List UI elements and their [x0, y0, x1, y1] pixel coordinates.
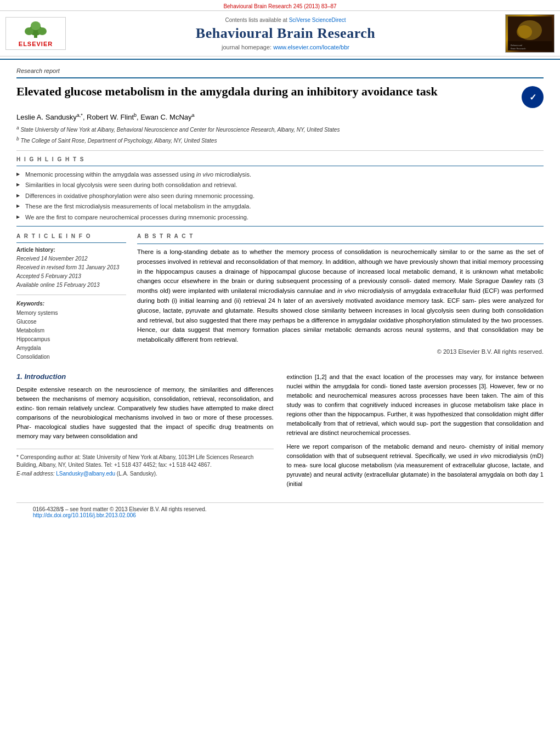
journal-title: Behavioural Brain Research	[77, 25, 494, 42]
journal-top-bar: Behavioural Brain Research 245 (2013) 83…	[0, 0, 560, 11]
keyword-2: Glucose	[16, 318, 126, 326]
introduction-heading: 1. Introduction	[16, 372, 274, 381]
intro-paragraph-2: extinction [1,2] and that the exact loca…	[287, 372, 544, 438]
received-date: Received 14 November 2012	[16, 255, 126, 263]
author-3: Ewan C. McNaya	[140, 113, 194, 121]
highlight-item-1: Mnemonic processing within the amygdala …	[16, 169, 544, 180]
body-content: 1. Introduction Despite extensive resear…	[16, 372, 544, 494]
crossmark-icon: ✓	[524, 89, 541, 105]
keywords-label: Keywords:	[16, 301, 126, 307]
body-left-col: 1. Introduction Despite extensive resear…	[16, 372, 274, 494]
highlight-item-3: Differences in oxidative phosphorylation…	[16, 191, 544, 201]
sciverse-link[interactable]: SciVerse ScienceDirect	[289, 17, 346, 23]
article-info-label: A R T I C L E I N F O	[16, 233, 126, 239]
highlight-item-5: We are the first to compare neurochemica…	[16, 212, 544, 223]
doi-anchor[interactable]: http://dx.doi.org/10.1016/j.bbr.2013.02.…	[33, 512, 136, 518]
svg-point-4	[31, 21, 41, 30]
abstract-label: A B S T R A C T	[137, 233, 544, 239]
divider-keywords	[16, 295, 126, 295]
article-title: Elevated glucose metabolism in the amygd…	[16, 84, 516, 100]
crossmark-badge: ✓	[522, 86, 544, 108]
svg-point-7	[517, 25, 532, 38]
article-title-section: Elevated glucose metabolism in the amygd…	[16, 77, 544, 108]
keyword-3: Metabolism	[16, 326, 126, 335]
abstract-copyright: © 2013 Elsevier B.V. All rights reserved…	[137, 348, 544, 355]
abstract-column: A B S T R A C T There is a long-standing…	[137, 233, 544, 361]
accepted-date: Accepted 5 February 2013	[16, 273, 126, 280]
divider-abstract	[137, 244, 544, 244]
author-1: Leslie A. Sanduskya,*	[16, 113, 83, 121]
journal-homepage-link[interactable]: www.elsevier.com/locate/bbr	[273, 44, 349, 50]
keyword-4: Hippocampus	[16, 335, 126, 344]
intro-paragraph-1: Despite extensive research on the neuros…	[16, 385, 274, 441]
sciverse-text: Contents lists available at SciVerse Sci…	[77, 17, 494, 23]
article-history: Article history: Received 14 November 20…	[16, 246, 126, 289]
journal-center: Contents lists available at SciVerse Sci…	[66, 17, 505, 50]
article-info-abstract: A R T I C L E I N F O Article history: R…	[16, 233, 544, 361]
intro-paragraph-3: Here we report comparison of the metabol…	[287, 442, 544, 489]
authors-line: Leslie A. Sanduskya,*, Robert W. Flintb,…	[16, 112, 544, 121]
license-text: 0166-4328/$ – see front matter © 2013 El…	[33, 506, 527, 512]
affiliation-b: b The College of Saint Rose, Department …	[16, 135, 544, 145]
revised-date: Received in revised form 31 January 2013	[16, 264, 126, 271]
divider-highlights-top	[16, 166, 544, 166]
journal-header: Behavioural Brain Research 245 (2013) 83…	[0, 0, 560, 60]
svg-text:✓: ✓	[529, 93, 536, 102]
footnote-star: * Corresponding author at: State Univers…	[16, 454, 274, 469]
elsevier-tree-icon	[19, 20, 52, 39]
body-two-col: 1. Introduction Despite extensive resear…	[16, 372, 544, 494]
available-date: Available online 15 February 2013	[16, 281, 126, 289]
keyword-1: Memory systems	[16, 309, 126, 318]
footnotes: * Corresponding author at: State Univers…	[16, 449, 274, 478]
report-label: Research report	[16, 67, 544, 74]
divider-highlights-bottom	[16, 226, 544, 227]
main-content: Research report Elevated glucose metabol…	[0, 67, 560, 522]
elsevier-logo: ELSEVIER	[5, 17, 66, 50]
highlights-section: H I G H L I G H T S Mnemonic processing …	[16, 156, 544, 227]
abstract-text: There is a long-standing debate as to wh…	[137, 247, 544, 345]
divider-1	[16, 150, 544, 151]
affiliation-a: a State University of New York at Albany…	[16, 125, 544, 134]
keywords-list: Memory systems Glucose Metabolism Hippoc…	[16, 309, 126, 361]
bottom-bar: 0166-4328/$ – see front matter © 2013 El…	[16, 502, 544, 522]
journal-citation: Behavioural Brain Research 245 (2013) 83…	[223, 3, 336, 9]
affiliations: a State University of New York at Albany…	[16, 125, 544, 145]
footnote-email: E-mail address: LSandusky@albany.edu (L.…	[16, 470, 274, 478]
journal-branding: ELSEVIER Contents lists available at Sci…	[0, 11, 560, 56]
highlight-item-2: Similarities in local glycolysis were se…	[16, 180, 544, 190]
journal-homepage: journal homepage: www.elsevier.com/locat…	[77, 44, 494, 50]
author-2: Robert W. Flintb	[87, 113, 137, 121]
svg-text:Brain Research: Brain Research	[511, 47, 526, 50]
highlight-item-4: These are the first microdialysis measur…	[16, 201, 544, 212]
journal-cover-image: Behavioural Brain Research	[508, 16, 552, 50]
elsevier-text: ELSEVIER	[19, 41, 53, 47]
svg-text:Behavioural: Behavioural	[511, 44, 522, 47]
journal-thumbnail: Behavioural Brain Research	[505, 14, 555, 53]
highlights-label: H I G H L I G H T S	[16, 156, 544, 162]
article-info-column: A R T I C L E I N F O Article history: R…	[16, 233, 126, 361]
contents-text: Contents lists available at	[225, 17, 287, 23]
body-right-col: extinction [1,2] and that the exact loca…	[287, 372, 544, 494]
email-link[interactable]: LSandusky@albany.edu	[56, 471, 115, 477]
keyword-5: Amygdala	[16, 344, 126, 353]
doi-link: http://dx.doi.org/10.1016/j.bbr.2013.02.…	[33, 512, 527, 518]
highlights-list: Mnemonic processing within the amygdala …	[16, 169, 544, 223]
divider-info	[16, 242, 126, 243]
history-label: Article history:	[16, 246, 126, 254]
keyword-6: Consolidation	[16, 353, 126, 361]
